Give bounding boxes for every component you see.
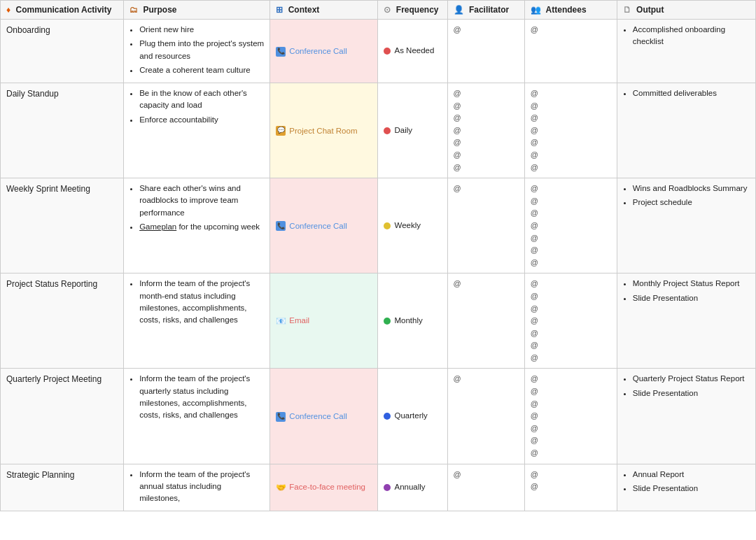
purpose-cell-standup: Be in the know of each other's capacity … <box>124 83 270 178</box>
frequency-cell-quarterly: Quarterly <box>378 369 447 464</box>
context-tag: 📧Email <box>276 315 309 327</box>
purpose-cell-sprint: Share each other's wins and roadblocks t… <box>124 178 270 273</box>
frequency-dot <box>384 413 391 420</box>
frequency-dot <box>384 222 391 229</box>
output-cell-quarterly: Quarterly Project Status ReportSlide Pre… <box>617 369 755 464</box>
context-label: Face-to-face meeting <box>289 481 365 493</box>
activity-cell-onboarding: Onboarding <box>1 20 124 83</box>
facilitator-at: @ <box>454 87 519 100</box>
frequency-cell-onboarding: As Needed <box>378 20 447 83</box>
output-item: Quarterly Project Status Report <box>633 373 750 385</box>
context-label: Conference Call <box>289 45 346 57</box>
output-item: Slide Presentation <box>633 483 750 495</box>
purpose-item: Create a coherent team culture <box>139 64 264 76</box>
attendee-at: @ <box>531 195 611 208</box>
attendee-at: @ <box>531 100 611 113</box>
facilitator-at: @ <box>454 100 519 113</box>
facilitator-at: @ <box>454 469 519 481</box>
attendees-cell-strategic: @@ <box>524 464 617 511</box>
context-cell-onboarding: 📞Conference Call <box>270 20 378 83</box>
facilitator-cell-standup: @@@@@@@ <box>447 83 524 178</box>
context-tag: 📞Conference Call <box>276 45 346 57</box>
frequency-cell-strategic: Annually <box>378 464 447 511</box>
activity-cell-sprint: Weekly Sprint Meeting <box>1 178 124 273</box>
facilitator-at: @ <box>454 183 519 195</box>
context-icon: ⊞ <box>276 5 283 15</box>
purpose-item: Inform the team of the project's annual … <box>139 469 264 505</box>
output-item: Accomplished onboarding checklist <box>633 24 750 48</box>
header-attendees: 👥 Attendees <box>524 1 617 20</box>
attendees-icon: 👥 <box>531 5 541 15</box>
table-row: Strategic PlanningInform the team of the… <box>1 464 756 511</box>
attendee-at: @ <box>531 24 611 36</box>
frequency-label: Weekly <box>384 221 421 229</box>
attendees-cell-status: @@@@@@@ <box>524 273 617 369</box>
facilitator-at: @ <box>454 149 519 162</box>
attendee-at: @ <box>531 373 611 385</box>
frequency-label: Annually <box>384 483 425 491</box>
attendee-at: @ <box>531 327 611 340</box>
purpose-item: Inform the team of the project's month-e… <box>139 278 264 326</box>
attendee-at: @ <box>531 125 611 137</box>
context-cell-standup: 💬Project Chat Room <box>270 83 378 178</box>
facilitator-cell-strategic: @ <box>447 464 524 511</box>
facilitator-at: @ <box>454 278 519 290</box>
activity-label: Project Status Reporting <box>6 279 97 289</box>
facilitator-at: @ <box>454 24 519 36</box>
context-label: Conference Call <box>289 411 346 422</box>
email-icon: 📧 <box>276 316 286 326</box>
purpose-item: Inform the team of the project's quarter… <box>139 373 264 421</box>
purpose-cell-strategic: Inform the team of the project's annual … <box>124 464 270 511</box>
table-row: Quarterly Project MeetingInform the team… <box>1 369 756 464</box>
attendee-at: @ <box>531 352 611 364</box>
activity-icon: ♦ <box>6 5 10 15</box>
attendee-at: @ <box>531 303 611 315</box>
purpose-icon: 🗂 <box>130 5 138 15</box>
header-frequency: ⊙ Frequency <box>378 1 447 20</box>
header-purpose: 🗂 Purpose <box>124 1 270 20</box>
attendees-cell-quarterly: @@@@@@@ <box>524 369 617 464</box>
purpose-item: Orient new hire <box>139 24 264 36</box>
conference-call-icon: 📞 <box>276 221 286 231</box>
attendee-at: @ <box>531 447 611 460</box>
attendee-at: @ <box>531 315 611 327</box>
attendee-at: @ <box>531 162 611 174</box>
purpose-item: Enforce accountability <box>139 114 264 126</box>
purpose-cell-onboarding: Orient new hirePlug them into the projec… <box>124 20 270 83</box>
context-cell-status: 📧Email <box>270 273 378 369</box>
header-activity: ♦ Communication Activity <box>1 1 124 20</box>
frequency-icon: ⊙ <box>384 5 391 15</box>
context-tag: 💬Project Chat Room <box>276 125 357 137</box>
activity-label: Weekly Sprint Meeting <box>6 184 90 194</box>
chat-icon: 💬 <box>276 126 286 136</box>
output-item: Project schedule <box>633 197 750 208</box>
output-cell-standup: Committed deliverables <box>617 83 755 178</box>
facilitator-at: @ <box>454 125 519 137</box>
frequency-label: Monthly <box>384 316 422 325</box>
frequency-dot <box>384 127 391 134</box>
attendee-at: @ <box>531 422 611 435</box>
attendee-at: @ <box>531 257 611 269</box>
output-item: Slide Presentation <box>633 292 750 304</box>
attendee-at: @ <box>531 232 611 245</box>
context-cell-quarterly: 📞Conference Call <box>270 369 378 464</box>
frequency-cell-standup: Daily <box>378 83 447 178</box>
frequency-cell-sprint: Weekly <box>378 178 447 273</box>
attendee-at: @ <box>531 410 611 422</box>
output-item: Monthly Project Status Report <box>633 278 750 290</box>
output-icon: 🗋 <box>623 5 631 15</box>
attendee-at: @ <box>531 278 611 290</box>
activity-cell-standup: Daily Standup <box>1 83 124 178</box>
facilitator-cell-status: @ <box>447 273 524 369</box>
frequency-cell-status: Monthly <box>378 273 447 369</box>
frequency-dot <box>384 484 391 491</box>
purpose-cell-status: Inform the team of the project's month-e… <box>124 273 270 369</box>
attendee-at: @ <box>531 207 611 220</box>
activity-label: Daily Standup <box>6 89 59 99</box>
face-to-face-icon: 🤝 <box>276 483 286 492</box>
purpose-item: Gameplan for the upcoming week <box>139 221 264 233</box>
header-output: 🗋 Output <box>617 1 755 20</box>
table-row: OnboardingOrient new hirePlug them into … <box>1 20 756 83</box>
activity-cell-quarterly: Quarterly Project Meeting <box>1 369 124 464</box>
facilitator-at: @ <box>454 136 519 149</box>
